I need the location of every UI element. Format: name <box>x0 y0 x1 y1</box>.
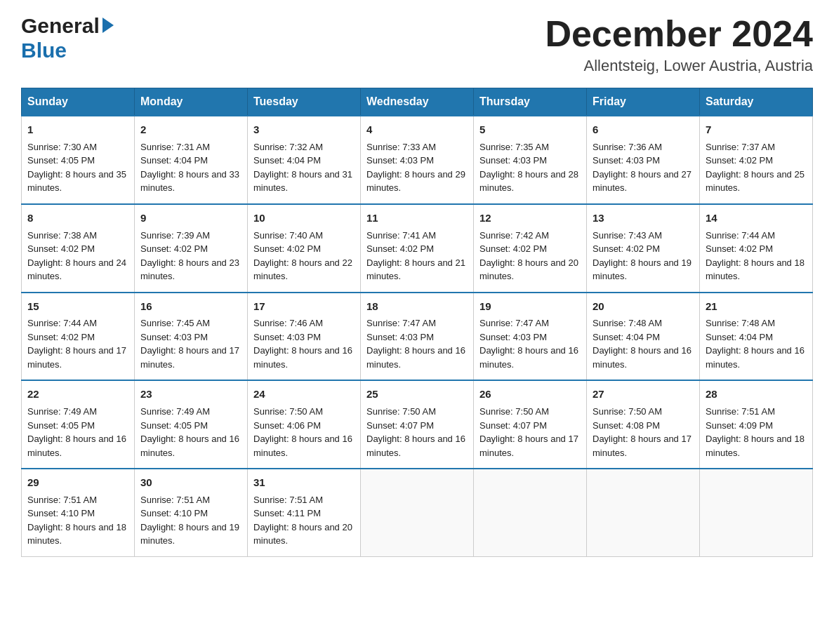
calendar-cell: 18Sunrise: 7:47 AMSunset: 4:03 PMDayligh… <box>361 293 474 381</box>
daylight-label: Daylight: 8 hours and 25 minutes. <box>706 169 805 194</box>
day-info: Sunrise: 7:51 AMSunset: 4:10 PMDaylight:… <box>140 493 241 548</box>
calendar-week-5: 29Sunrise: 7:51 AMSunset: 4:10 PMDayligh… <box>22 469 813 556</box>
daylight-label: Daylight: 8 hours and 35 minutes. <box>27 169 126 194</box>
day-number: 21 <box>706 299 807 314</box>
calendar-cell: 10Sunrise: 7:40 AMSunset: 4:02 PMDayligh… <box>248 204 361 293</box>
calendar-cell: 1Sunrise: 7:30 AMSunset: 4:05 PMDaylight… <box>22 116 135 204</box>
sunrise-label: Sunrise: 7:44 AM <box>27 318 97 328</box>
day-info: Sunrise: 7:50 AMSunset: 4:07 PMDaylight:… <box>479 405 581 459</box>
title-block: December 2024 Allentsteig, Lower Austria… <box>545 14 813 75</box>
sunrise-label: Sunrise: 7:50 AM <box>593 406 662 417</box>
daylight-label: Daylight: 8 hours and 17 minutes. <box>479 434 578 458</box>
sunrise-label: Sunrise: 7:37 AM <box>706 142 775 152</box>
calendar-cell: 2Sunrise: 7:31 AMSunset: 4:04 PMDaylight… <box>135 116 248 204</box>
sunset-label: Sunset: 4:02 PM <box>253 243 321 254</box>
day-number: 4 <box>366 122 468 137</box>
daylight-label: Daylight: 8 hours and 18 minutes. <box>706 257 805 282</box>
sunset-label: Sunset: 4:04 PM <box>593 332 660 342</box>
sunrise-label: Sunrise: 7:47 AM <box>366 318 436 328</box>
daylight-label: Daylight: 8 hours and 21 minutes. <box>366 257 465 282</box>
day-number: 16 <box>140 299 241 314</box>
day-number: 19 <box>479 299 581 314</box>
sunrise-label: Sunrise: 7:30 AM <box>27 142 97 152</box>
calendar-cell: 31Sunrise: 7:51 AMSunset: 4:11 PMDayligh… <box>248 469 361 556</box>
calendar-cell: 25Sunrise: 7:50 AMSunset: 4:07 PMDayligh… <box>361 380 474 469</box>
day-number: 20 <box>593 299 694 314</box>
daylight-label: Daylight: 8 hours and 16 minutes. <box>253 434 352 458</box>
sunset-label: Sunset: 4:06 PM <box>253 420 321 431</box>
day-number: 28 <box>706 387 807 402</box>
day-number: 17 <box>253 299 355 314</box>
sunset-label: Sunset: 4:11 PM <box>253 508 321 518</box>
calendar-cell: 8Sunrise: 7:38 AMSunset: 4:02 PMDaylight… <box>22 204 135 293</box>
calendar-cell: 29Sunrise: 7:51 AMSunset: 4:10 PMDayligh… <box>22 469 135 556</box>
day-info: Sunrise: 7:33 AMSunset: 4:03 PMDaylight:… <box>366 140 468 195</box>
logo-blue-text: Blue <box>21 39 67 63</box>
day-info: Sunrise: 7:49 AMSunset: 4:05 PMDaylight:… <box>140 405 241 459</box>
daylight-label: Daylight: 8 hours and 17 minutes. <box>140 345 239 370</box>
sunrise-label: Sunrise: 7:45 AM <box>140 318 210 328</box>
sunset-label: Sunset: 4:02 PM <box>593 243 660 254</box>
calendar-cell: 4Sunrise: 7:33 AMSunset: 4:03 PMDaylight… <box>361 116 474 204</box>
day-info: Sunrise: 7:50 AMSunset: 4:07 PMDaylight:… <box>366 405 468 459</box>
sunset-label: Sunset: 4:03 PM <box>366 332 434 342</box>
sunrise-label: Sunrise: 7:49 AM <box>27 406 97 417</box>
day-number: 25 <box>366 387 468 402</box>
calendar-week-1: 1Sunrise: 7:30 AMSunset: 4:05 PMDaylight… <box>22 116 813 204</box>
sunrise-label: Sunrise: 7:51 AM <box>706 406 775 417</box>
sunset-label: Sunset: 4:10 PM <box>27 508 95 518</box>
day-info: Sunrise: 7:47 AMSunset: 4:03 PMDaylight:… <box>479 316 581 371</box>
sunset-label: Sunset: 4:02 PM <box>706 155 773 166</box>
calendar-cell: 7Sunrise: 7:37 AMSunset: 4:02 PMDaylight… <box>700 116 813 204</box>
sunrise-label: Sunrise: 7:50 AM <box>479 406 549 417</box>
daylight-label: Daylight: 8 hours and 33 minutes. <box>140 169 239 194</box>
day-number: 26 <box>479 387 581 402</box>
day-info: Sunrise: 7:43 AMSunset: 4:02 PMDaylight:… <box>593 229 694 283</box>
sunset-label: Sunset: 4:05 PM <box>27 155 95 166</box>
daylight-label: Daylight: 8 hours and 18 minutes. <box>27 522 126 546</box>
calendar-cell: 6Sunrise: 7:36 AMSunset: 4:03 PMDaylight… <box>587 116 700 204</box>
calendar-cell: 3Sunrise: 7:32 AMSunset: 4:04 PMDaylight… <box>248 116 361 204</box>
sunset-label: Sunset: 4:02 PM <box>27 332 95 342</box>
calendar-cell: 26Sunrise: 7:50 AMSunset: 4:07 PMDayligh… <box>474 380 587 469</box>
day-number: 22 <box>27 387 128 402</box>
day-number: 23 <box>140 387 241 402</box>
sunset-label: Sunset: 4:03 PM <box>366 155 434 166</box>
sunset-label: Sunset: 4:03 PM <box>479 155 547 166</box>
daylight-label: Daylight: 8 hours and 16 minutes. <box>366 345 465 370</box>
daylight-label: Daylight: 8 hours and 31 minutes. <box>253 169 352 194</box>
day-info: Sunrise: 7:51 AMSunset: 4:09 PMDaylight:… <box>706 405 807 459</box>
calendar-cell: 28Sunrise: 7:51 AMSunset: 4:09 PMDayligh… <box>700 380 813 469</box>
sunset-label: Sunset: 4:02 PM <box>706 243 773 254</box>
day-number: 31 <box>253 475 355 490</box>
daylight-label: Daylight: 8 hours and 16 minutes. <box>593 345 691 370</box>
sunset-label: Sunset: 4:02 PM <box>366 243 434 254</box>
daylight-label: Daylight: 8 hours and 20 minutes. <box>479 257 578 282</box>
day-number: 15 <box>27 299 128 314</box>
calendar-header: SundayMondayTuesdayWednesdayThursdayFrid… <box>22 88 813 116</box>
day-info: Sunrise: 7:42 AMSunset: 4:02 PMDaylight:… <box>479 229 581 283</box>
sunrise-label: Sunrise: 7:33 AM <box>366 142 436 152</box>
day-number: 3 <box>253 122 355 137</box>
calendar-cell: 15Sunrise: 7:44 AMSunset: 4:02 PMDayligh… <box>22 293 135 381</box>
calendar-cell: 9Sunrise: 7:39 AMSunset: 4:02 PMDaylight… <box>135 204 248 293</box>
day-number: 14 <box>706 210 807 226</box>
day-number: 2 <box>140 122 241 137</box>
day-info: Sunrise: 7:36 AMSunset: 4:03 PMDaylight:… <box>593 140 694 195</box>
sunrise-label: Sunrise: 7:43 AM <box>593 230 662 241</box>
day-info: Sunrise: 7:45 AMSunset: 4:03 PMDaylight:… <box>140 316 241 371</box>
daylight-label: Daylight: 8 hours and 22 minutes. <box>253 257 352 282</box>
header-row: SundayMondayTuesdayWednesdayThursdayFrid… <box>22 88 813 116</box>
daylight-label: Daylight: 8 hours and 20 minutes. <box>253 522 352 546</box>
day-number: 30 <box>140 475 241 490</box>
day-number: 9 <box>140 210 241 226</box>
sunrise-label: Sunrise: 7:36 AM <box>593 142 662 152</box>
day-info: Sunrise: 7:37 AMSunset: 4:02 PMDaylight:… <box>706 140 807 195</box>
header-wednesday: Wednesday <box>361 88 474 116</box>
sunrise-label: Sunrise: 7:42 AM <box>479 230 549 241</box>
calendar-week-2: 8Sunrise: 7:38 AMSunset: 4:02 PMDaylight… <box>22 204 813 293</box>
day-info: Sunrise: 7:38 AMSunset: 4:02 PMDaylight:… <box>27 229 128 283</box>
sunrise-label: Sunrise: 7:48 AM <box>593 318 662 328</box>
calendar-cell: 30Sunrise: 7:51 AMSunset: 4:10 PMDayligh… <box>135 469 248 556</box>
sunset-label: Sunset: 4:09 PM <box>706 420 773 431</box>
